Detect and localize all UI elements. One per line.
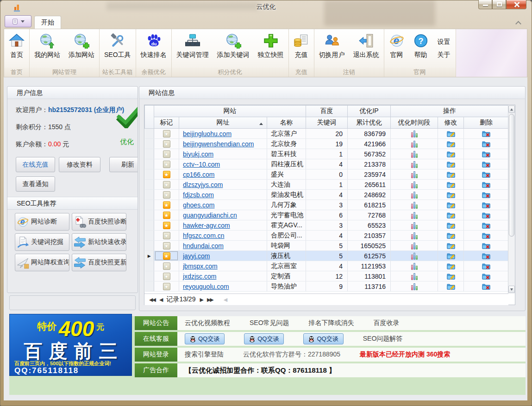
site-url-link[interactable]: beijingwenshendian.com xyxy=(179,139,267,149)
period-cell[interactable] xyxy=(391,261,438,271)
seo-tool-1[interactable]: 百度快照诊断 xyxy=(72,213,126,231)
delete-cell[interactable] xyxy=(464,231,509,241)
chart-icon[interactable] xyxy=(411,141,418,148)
edit-cell[interactable] xyxy=(438,139,464,149)
delete-cell[interactable] xyxy=(464,220,509,231)
star-icon[interactable]: ★ xyxy=(163,283,170,290)
edit-icon[interactable] xyxy=(447,212,455,219)
delete-icon[interactable] xyxy=(482,181,490,188)
site-url-link[interactable]: jayyj.com xyxy=(179,251,267,261)
mark-cell[interactable]: ★ xyxy=(154,251,179,261)
ribbon-button-users[interactable]: 切换用户 xyxy=(315,30,349,68)
seo-tool-3[interactable]: 新站快速收录 xyxy=(72,233,126,251)
delete-cell[interactable] xyxy=(464,271,509,281)
qq-chat-button[interactable]: QQ交谈 xyxy=(303,333,343,344)
star-icon[interactable]: ★ xyxy=(163,212,170,219)
chart-icon[interactable] xyxy=(411,151,418,158)
chart-icon[interactable] xyxy=(411,243,418,250)
delete-cell[interactable] xyxy=(464,159,509,169)
site-url-link[interactable]: beijingluohu.com xyxy=(179,129,267,139)
table-row[interactable]: ★cp166.com盛兴0235974 xyxy=(145,169,509,180)
announcement-item[interactable]: 搜索引擎登陆 xyxy=(185,350,224,359)
announcement-item[interactable]: 百度收录 xyxy=(374,319,400,327)
site-url-link[interactable]: hfgszc.com.cn xyxy=(179,231,267,241)
edit-cell[interactable] xyxy=(438,271,464,281)
maximize-button[interactable] xyxy=(492,0,506,9)
delete-icon[interactable] xyxy=(482,171,490,178)
period-cell[interactable] xyxy=(391,169,438,180)
edit-cell[interactable] xyxy=(438,261,464,271)
period-cell[interactable] xyxy=(391,180,438,190)
site-url-link[interactable]: dlzszyjys.com xyxy=(179,180,267,190)
star-icon[interactable]: ★ xyxy=(163,273,170,280)
edit-cell[interactable] xyxy=(438,149,464,159)
chart-icon[interactable] xyxy=(411,273,418,280)
group-header-ip[interactable]: 优化IP xyxy=(348,106,391,117)
ribbon-button-ie[interactable]: 官网 xyxy=(385,30,409,68)
period-cell[interactable] xyxy=(391,271,438,281)
col-header-del[interactable]: 删除 xyxy=(464,117,509,129)
table-row[interactable]: ★jxdzjsc.com定制酒12113801 xyxy=(145,271,509,281)
ribbon-button-paw[interactable]: 快速排名 xyxy=(137,30,171,68)
mark-cell[interactable]: ★ xyxy=(154,149,179,159)
period-cell[interactable] xyxy=(391,190,438,200)
star-icon[interactable]: ★ xyxy=(163,252,170,260)
delete-icon[interactable] xyxy=(482,262,490,270)
site-url-link[interactable]: jxdzjsc.com xyxy=(179,271,267,281)
delete-icon[interactable] xyxy=(482,140,490,148)
table-row[interactable]: ★hndundai.com吨袋网51650525 xyxy=(145,241,509,251)
pager-first-icon[interactable]: ◀◀ xyxy=(149,297,155,303)
star-icon[interactable]: ★ xyxy=(163,191,170,199)
table-row[interactable]: ★biyukj.com碧玉科技1567352 xyxy=(145,149,509,159)
delete-icon[interactable] xyxy=(482,150,490,158)
table-row[interactable]: ★jbmspx.com北京画室41121953 xyxy=(145,261,509,271)
site-url-link[interactable]: hawker-agv.com xyxy=(179,220,267,231)
chart-icon[interactable] xyxy=(411,161,418,168)
delete-icon[interactable] xyxy=(482,252,490,260)
chart-icon[interactable] xyxy=(411,192,418,199)
site-url-link[interactable]: cctv--10.com xyxy=(179,159,267,169)
group-header-ops[interactable]: 操作 xyxy=(391,106,509,117)
col-header-edit[interactable]: 修改 xyxy=(438,117,464,129)
edit-cell[interactable] xyxy=(438,220,464,231)
ribbon-button-tools[interactable]: SEO工具 xyxy=(100,30,135,68)
table-row[interactable]: ★cctv--10.com四柱液压机4213378 xyxy=(145,159,509,169)
delete-cell[interactable] xyxy=(464,210,509,220)
chart-icon[interactable] xyxy=(411,131,418,137)
mark-cell[interactable]: ★ xyxy=(154,231,179,241)
star-icon[interactable]: ★ xyxy=(163,262,170,270)
mark-cell[interactable]: ★ xyxy=(154,271,179,281)
col-header-name[interactable]: 名称 xyxy=(267,117,306,129)
edit-icon[interactable] xyxy=(447,191,455,199)
site-url-link[interactable]: cp166.com xyxy=(179,169,267,180)
edit-icon[interactable] xyxy=(447,150,455,158)
mark-cell[interactable]: ★ xyxy=(154,261,179,271)
pager-next-icon[interactable]: ▶ xyxy=(200,297,202,303)
period-cell[interactable] xyxy=(391,231,438,241)
close-button[interactable] xyxy=(506,0,526,9)
period-cell[interactable] xyxy=(391,159,438,169)
col-header-total[interactable]: 累计优化 xyxy=(348,117,391,129)
edit-cell[interactable] xyxy=(438,129,464,139)
mark-cell[interactable]: ★ xyxy=(154,159,179,169)
site-url-link[interactable]: biyukj.com xyxy=(179,149,267,159)
delete-cell[interactable] xyxy=(464,241,509,251)
mark-cell[interactable]: ★ xyxy=(154,281,179,292)
edit-cell[interactable] xyxy=(438,281,464,292)
edit-icon[interactable] xyxy=(447,242,455,250)
ribbon-button-globe-add[interactable]: 添加网站 xyxy=(64,30,99,68)
period-cell[interactable] xyxy=(391,129,438,139)
site-url-link[interactable]: fdjzsb.com xyxy=(179,190,267,200)
edit-icon[interactable] xyxy=(447,262,455,270)
edit-cell[interactable] xyxy=(438,190,464,200)
delete-cell[interactable] xyxy=(464,180,509,190)
chart-icon[interactable] xyxy=(411,212,418,219)
scroll-down-icon[interactable] xyxy=(508,286,515,293)
edit-cell[interactable] xyxy=(438,210,464,220)
edit-icon[interactable] xyxy=(447,171,455,178)
ad-banner[interactable]: 特价 400 元 百度前三 百度前三页内，500以下指数的正规企业词! QQ:7… xyxy=(9,314,132,376)
announcement-item[interactable]: SEO问题解答 xyxy=(363,335,403,343)
table-row[interactable]: ★hfgszc.com.cn合肥公司...4210357 xyxy=(145,231,509,241)
site-url-link[interactable]: reyouguolu.com xyxy=(179,281,267,292)
period-cell[interactable] xyxy=(391,210,438,220)
